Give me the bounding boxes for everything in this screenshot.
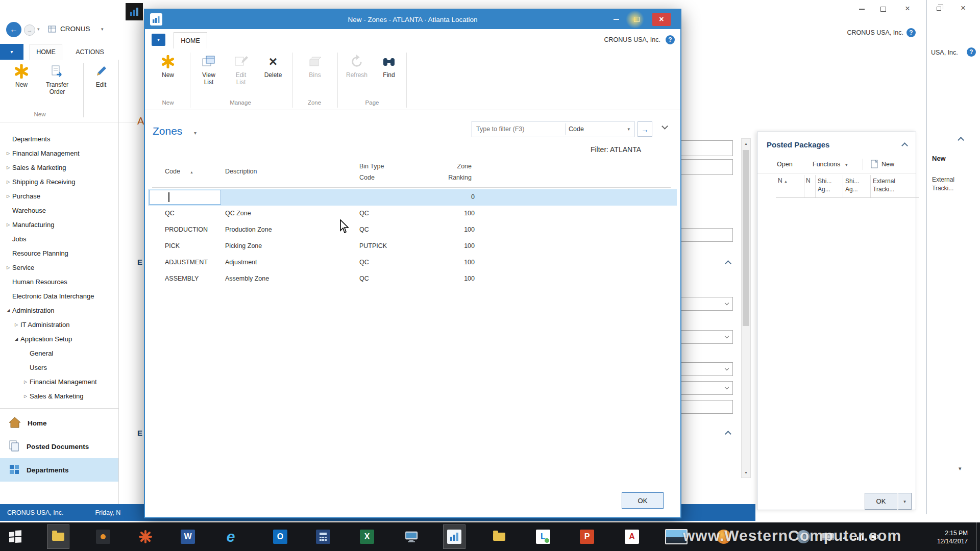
- sidebar-item-service[interactable]: ▷Service: [0, 260, 118, 274]
- expand-collapsed-icon[interactable]: ▷: [4, 222, 12, 227]
- taskbar-dynamics-nav[interactable]: [443, 524, 465, 549]
- dialog-app-menu-button[interactable]: ▾: [152, 34, 165, 46]
- scrollbar-down-button[interactable]: ▾: [742, 468, 750, 478]
- column-header[interactable]: External Tracki...: [871, 175, 919, 197]
- back-button[interactable]: ←: [6, 22, 21, 37]
- page-title-dropdown-icon[interactable]: ▾: [194, 130, 197, 136]
- table-row[interactable]: ADJUSTMENT Adjustment QC 100: [148, 255, 677, 271]
- dialog-close-button[interactable]: ×: [652, 13, 671, 26]
- navpane-posted-documents-button[interactable]: Posted Documents: [0, 435, 118, 458]
- filter-go-button[interactable]: →: [638, 121, 652, 137]
- sidebar-item-administration[interactable]: ◢Administration: [0, 303, 118, 317]
- ribbon-transfer-order-button[interactable]: Transfer Order: [40, 63, 75, 106]
- expand-collapsed-icon[interactable]: ▷: [4, 151, 12, 156]
- ribbon-new-button[interactable]: New: [7, 63, 36, 106]
- main-minimize-button[interactable]: [855, 4, 868, 14]
- sidebar-item-purchase[interactable]: ▷Purchase: [0, 189, 118, 203]
- sidebar-item-financial-management-setup[interactable]: ▷Financial Management: [0, 374, 118, 389]
- sidebar-item-edi[interactable]: Electronic Data Interchange: [0, 289, 118, 303]
- vertical-scrollbar[interactable]: ▴ ▾: [741, 138, 751, 478]
- column-header[interactable]: N: [804, 175, 816, 197]
- panel-ok-button[interactable]: OK: [865, 493, 897, 510]
- expand-collapsed-icon[interactable]: ▷: [21, 394, 30, 398]
- sidebar-item-shipping-receiving[interactable]: ▷Shipping & Receiving: [0, 174, 118, 189]
- filter-input[interactable]: [476, 126, 562, 133]
- taskbar-internet-explorer[interactable]: e: [219, 524, 242, 549]
- taskbar-powerpoint[interactable]: P: [576, 524, 598, 549]
- sidebar-item-application-setup[interactable]: ◢Application Setup: [0, 332, 118, 346]
- section-collapse-icon[interactable]: [725, 260, 731, 267]
- far-scroll-down-icon[interactable]: ▾: [959, 465, 962, 472]
- panel-functions-button[interactable]: Functions: [813, 161, 840, 168]
- dialog-ribbon-new-button[interactable]: New: [153, 54, 183, 96]
- dialog-tab-home[interactable]: HOME: [174, 32, 207, 48]
- filter-pane-chevron-icon[interactable]: [662, 123, 668, 130]
- taskbar-adobe-reader[interactable]: A: [621, 524, 643, 549]
- taskbar-lync[interactable]: L: [532, 524, 554, 549]
- navpane-departments-button[interactable]: Departments: [0, 458, 118, 482]
- column-header[interactable]: N ▲: [776, 175, 804, 197]
- scrollbar-thumb[interactable]: [743, 150, 749, 326]
- sidebar-item-resource-planning[interactable]: Resource Planning: [0, 246, 118, 260]
- dialog-title-bar[interactable]: New - Zones - ATLANTA · Atlanta Location…: [145, 10, 680, 29]
- far-new-label[interactable]: New: [932, 155, 946, 162]
- table-row[interactable]: PRODUCTION Production Zone QC 100: [148, 222, 677, 238]
- far-help-button[interactable]: ?: [967, 47, 976, 57]
- chevron-down-icon[interactable]: [725, 300, 729, 305]
- far-close-button[interactable]: ×: [955, 2, 971, 14]
- panel-ok-dropdown-button[interactable]: ▾: [898, 493, 912, 510]
- sidebar-item-manufacturing[interactable]: ▷Manufacturing: [0, 217, 118, 232]
- chevron-down-icon[interactable]: [725, 334, 729, 338]
- expand-expanded-icon[interactable]: ◢: [12, 337, 20, 341]
- row-edit-cell[interactable]: [149, 190, 221, 205]
- taskbar-folder-2[interactable]: [488, 524, 510, 549]
- tab-home[interactable]: HOME: [30, 44, 62, 60]
- col-header-ranking-2[interactable]: Ranking: [431, 174, 472, 181]
- sidebar-item-general[interactable]: General: [0, 346, 118, 360]
- breadcrumb-dropdown-icon[interactable]: ▾: [101, 27, 104, 32]
- col-header-description[interactable]: Description: [225, 168, 257, 175]
- dialog-minimize-button[interactable]: [609, 14, 623, 25]
- column-header[interactable]: Shi... Ag...: [843, 175, 871, 197]
- sidebar-item-sales-marketing[interactable]: ▷Sales & Marketing: [0, 160, 118, 174]
- chevron-down-icon[interactable]: [725, 385, 729, 389]
- main-maximize-button[interactable]: [877, 4, 889, 14]
- breadcrumb[interactable]: CRONUS: [60, 25, 90, 33]
- filter-column-select[interactable]: Code: [569, 126, 584, 133]
- panel-open-button[interactable]: Open: [777, 161, 793, 168]
- filter-column-dropdown-icon[interactable]: ▾: [627, 127, 630, 132]
- expand-collapsed-icon[interactable]: ▷: [21, 380, 30, 384]
- scrollbar-up-button[interactable]: ▴: [742, 139, 750, 148]
- expand-collapsed-icon[interactable]: ▷: [4, 265, 12, 270]
- table-row[interactable]: ASSEMBLY Assembly Zone QC 100: [148, 271, 677, 287]
- section-collapse-icon[interactable]: [725, 431, 731, 437]
- expand-expanded-icon[interactable]: ◢: [4, 308, 12, 313]
- taskbar-file-explorer[interactable]: [47, 524, 69, 549]
- functions-dropdown-icon[interactable]: ▾: [845, 162, 848, 167]
- sidebar-item-sales-marketing-setup[interactable]: ▷Sales & Marketing: [0, 389, 118, 403]
- expand-collapsed-icon[interactable]: ▷: [4, 194, 12, 198]
- sidebar-item-jobs[interactable]: Jobs: [0, 232, 118, 246]
- taskbar-excel[interactable]: X: [356, 524, 378, 549]
- fasttab-collapse-icon[interactable]: [958, 137, 964, 143]
- col-header-code[interactable]: Code: [165, 168, 180, 175]
- dialog-ribbon-delete-button[interactable]: × Delete: [258, 54, 288, 96]
- sidebar-item-human-resources[interactable]: Human Resources: [0, 274, 118, 289]
- expand-collapsed-icon[interactable]: ▷: [4, 165, 12, 170]
- taskbar-word[interactable]: W: [177, 524, 199, 549]
- table-row[interactable]: PICK Picking Zone PUTPICK 100: [148, 238, 677, 255]
- taskbar-calculator[interactable]: [312, 524, 334, 549]
- taskbar-app-starburst[interactable]: [134, 524, 157, 549]
- expand-collapsed-icon[interactable]: ▷: [12, 322, 20, 327]
- panel-new-button[interactable]: New: [881, 161, 894, 168]
- start-button[interactable]: [4, 524, 27, 549]
- navpane-home-button[interactable]: Home: [0, 411, 118, 435]
- table-row[interactable]: QC QC Zone QC 100: [148, 206, 677, 222]
- forward-button[interactable]: →: [24, 24, 35, 36]
- sidebar-item-departments-root[interactable]: Departments: [0, 132, 118, 146]
- forward-dropdown-icon[interactable]: ▾: [37, 27, 40, 32]
- table-row-new[interactable]: 0: [148, 189, 677, 206]
- chevron-down-icon[interactable]: [725, 366, 729, 370]
- tray-clock[interactable]: 2:15 PM 12/14/2017: [913, 529, 968, 545]
- main-close-button[interactable]: ×: [900, 3, 915, 15]
